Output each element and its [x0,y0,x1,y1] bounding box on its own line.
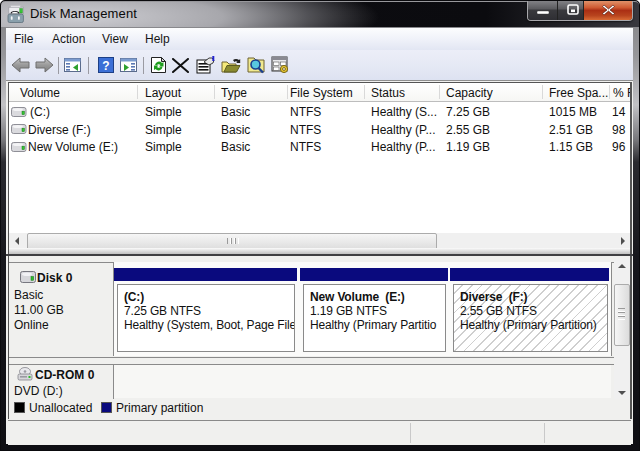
svg-text:?: ? [102,59,109,73]
